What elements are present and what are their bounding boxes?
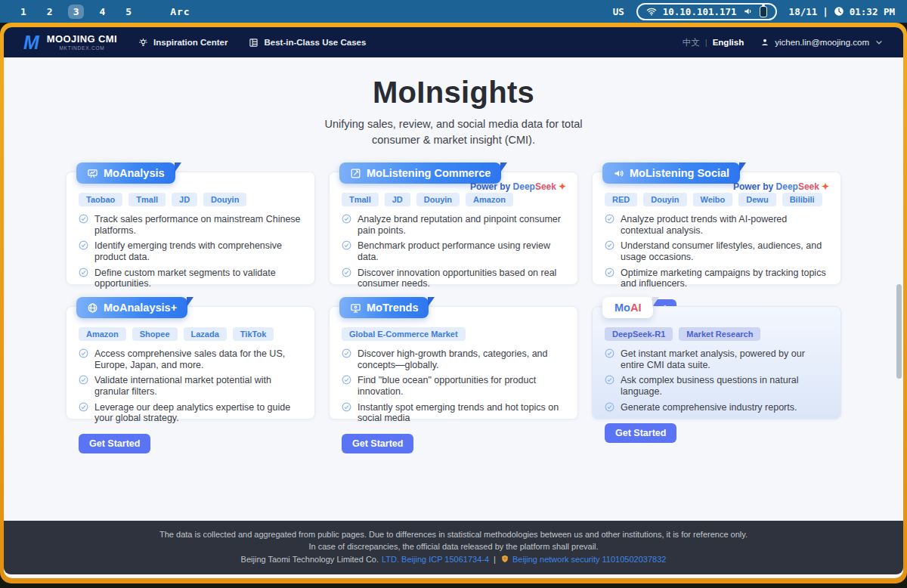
feature-item: Discover innovation opportunities based …: [342, 268, 565, 289]
compose-icon: [350, 168, 361, 179]
powered-by-deepseek: Power by DeepSeek✦: [470, 181, 566, 192]
tag-douyin: Douyin: [203, 193, 246, 206]
feature-item: Leverage our deep analytics expertise to…: [79, 402, 302, 424]
card-moanalaysis-plus-name: MoAnalaysis+: [104, 302, 177, 314]
icp-license-link[interactable]: LTD. Beijing ICP 15061734-4: [382, 553, 489, 566]
company-name: Beijing Taomi Technology Limited Co.: [241, 553, 379, 566]
battery-icon: [760, 6, 767, 17]
time-label: 01:32 PM: [850, 6, 895, 17]
brand-name: MOOJING CMI: [47, 34, 117, 45]
datetime-divider: |: [822, 6, 828, 17]
scrollbar-thumb[interactable]: [896, 284, 902, 379]
workspace-1[interactable]: 1: [15, 5, 32, 19]
ip-address: 10.10.101.171: [663, 6, 737, 17]
card-moanalysis-name: MoAnalysis: [104, 167, 165, 179]
network-status-pill[interactable]: 10.10.101.171: [636, 3, 777, 20]
get-started-button[interactable]: Get Started: [79, 434, 150, 453]
system-menu-bar: 1 2 3 4 5 Arc US 10.10.101.171 18/11 | 0…: [0, 0, 907, 23]
card-moai-name-ai: AI: [630, 302, 642, 314]
tag-taobao: Taobao: [79, 193, 122, 206]
tag-row: DeepSeek-R1 Market Research: [605, 327, 828, 341]
get-started-button[interactable]: Get Started: [605, 423, 676, 443]
feature-list: Analyze product trends with AI-powered c…: [605, 214, 828, 289]
security-badge-icon: [500, 554, 509, 564]
keyboard-layout-indicator[interactable]: US: [613, 6, 624, 17]
card-molistening-commerce-name: MoListening Commerce: [367, 167, 491, 179]
card-moanalysis: MoAnalysis Taobao Tmall JD Douyin Track …: [66, 172, 315, 285]
feature-item: Analyze brand reputation and pinpoint co…: [342, 214, 565, 236]
footer-divider: |: [494, 553, 496, 566]
footer-disclaimer-line2: In case of discrepancies, the official d…: [34, 540, 873, 553]
feature-list: Analyze brand reputation and pinpoint co…: [342, 214, 565, 289]
check-circle-icon: [605, 214, 614, 224]
feature-item: Analyze product trends with AI-powered c…: [605, 214, 828, 236]
tag-global-ecommerce-market: Global E-Commerce Market: [342, 327, 466, 341]
check-circle-icon: [605, 240, 614, 250]
chevron-down-icon: [874, 38, 884, 47]
page-subtitle: Unifying sales, review, and social media…: [308, 116, 599, 147]
feature-item: Generate comprehensive industry reports.: [605, 402, 828, 413]
tag-weibo: Weibo: [693, 193, 733, 206]
check-circle-icon: [342, 402, 351, 412]
user-icon: [760, 38, 769, 47]
feature-item: Find "blue ocean" opportunities for prod…: [342, 375, 565, 397]
sparkle-icon: ✦: [559, 181, 566, 192]
lang-option-chinese[interactable]: 中文: [683, 37, 700, 48]
network-security-link[interactable]: Beijing network security 11010502037832: [512, 553, 666, 566]
footer-disclaimer-line1: The data is collected and aggregated fro…: [34, 528, 873, 541]
workspace-switcher: 1 2 3 4 5: [15, 5, 137, 19]
feature-item: Validate international market potential …: [79, 375, 302, 397]
check-circle-icon: [79, 268, 88, 277]
presentation-chart-icon: [87, 168, 98, 179]
globe-icon: [87, 302, 98, 314]
grid-layout-icon: [249, 38, 258, 48]
feature-list: Discover high-growth brands, categories,…: [342, 348, 565, 423]
check-circle-icon: [605, 402, 614, 412]
workspace-5[interactable]: 5: [120, 5, 137, 19]
feature-list: Track sales performance on mainstream Ch…: [79, 214, 302, 289]
lang-option-english[interactable]: English: [713, 38, 744, 47]
card-motrends-name: MoTrends: [367, 302, 418, 314]
workspace-2[interactable]: 2: [42, 5, 58, 19]
tag-red: RED: [605, 193, 637, 206]
datetime-indicator[interactable]: 18/11 | 01:32 PM: [789, 6, 895, 17]
check-circle-icon: [342, 240, 351, 250]
browser-window: M MOOJING CMI MKTINDEX.COM Inspiration C…: [0, 23, 907, 583]
feature-item: Ask complex business questions in natura…: [605, 375, 828, 397]
inspiration-icon: [138, 38, 148, 48]
card-motrends: MoTrends Global E-Commerce Market Discov…: [329, 306, 578, 419]
card-motrends-badge: MoTrends: [339, 297, 429, 318]
account-menu[interactable]: yichen.lin@moojing.com: [760, 38, 884, 47]
speaker-icon: [613, 168, 624, 179]
tag-deepseek-r1: DeepSeek-R1: [605, 327, 673, 341]
brand-domain: MKTINDEX.COM: [59, 45, 104, 51]
footer-legal-line: Beijing Taomi Technology Limited Co. LTD…: [34, 553, 873, 566]
tag-row: Amazon Shopee Lazada TikTok: [79, 327, 302, 341]
tag-tmall: Tmall: [342, 193, 379, 206]
check-circle-icon: [79, 348, 88, 358]
workspace-3-active[interactable]: 3: [68, 5, 85, 19]
feature-item: Track sales performance on mainstream Ch…: [79, 214, 302, 236]
tag-amazon: Amazon: [79, 327, 126, 341]
nav-best-in-class-use-cases[interactable]: Best-in-Class Use Cases: [249, 38, 366, 48]
nav-inspiration-center[interactable]: Inspiration Center: [138, 38, 228, 48]
feature-item: Instantly spot emerging trends and hot t…: [342, 402, 565, 424]
card-moai-badge: MoAI: [602, 297, 653, 318]
feature-item: Access comprehensive sales data for the …: [79, 348, 302, 370]
site-footer: The data is collected and aggregated fro…: [4, 521, 903, 575]
nav-use-cases-label: Best-in-Class Use Cases: [264, 38, 366, 47]
wifi-icon: [646, 6, 657, 17]
brand-logo[interactable]: M MOOJING CMI MKTINDEX.COM: [23, 33, 117, 52]
get-started-button[interactable]: Get Started: [342, 434, 413, 453]
workspace-4[interactable]: 4: [94, 5, 110, 19]
tag-lazada: Lazada: [184, 327, 227, 341]
active-app-name[interactable]: Arc: [170, 6, 190, 17]
card-moanalaysis-plus: MoAnalaysis+ Amazon Shopee Lazada TikTok…: [66, 306, 315, 419]
tag-row: RED Douyin Weibo Dewu Bilibili: [605, 193, 828, 206]
monitor-icon: [350, 302, 361, 314]
tag-douyin: Douyin: [416, 193, 460, 206]
page-title: MoInsights: [4, 76, 903, 110]
feature-item: Get instant market analysis, powered by …: [605, 348, 828, 370]
check-circle-icon: [342, 214, 351, 224]
feature-item: Benchmark product performance using revi…: [342, 240, 565, 262]
